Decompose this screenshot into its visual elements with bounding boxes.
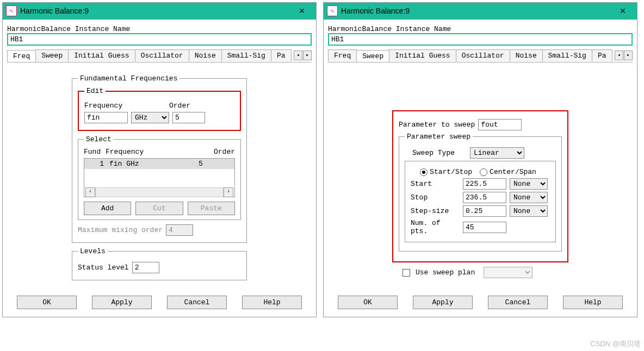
param-to-sweep-input[interactable] [478,119,522,130]
window-title: Harmonic Balance:9 [20,7,291,15]
titlebar[interactable]: ∿ Harmonic Balance:9 × [3,3,316,20]
edit-legend: Edit [84,87,106,95]
dialog-freq: ∿ Harmonic Balance:9 × HarmonicBalance I… [2,2,317,317]
order-label: Order [169,102,190,110]
start-label: Start [411,180,460,188]
scroll-right-icon[interactable]: › [224,187,233,197]
use-sweep-plan-checkbox[interactable] [403,269,410,277]
scroll-track[interactable] [95,187,224,197]
tab-small-sig[interactable]: Small-Sig [542,49,592,61]
range-group: Start/Stop Center/Span StartNone StopNon… [405,161,556,242]
status-level-input[interactable] [132,262,159,273]
dialog-sweep: ∿ Harmonic Balance:9 × HarmonicBalance I… [323,2,637,317]
tab-bar: Freq Sweep Initial Guess Oscillator Nois… [328,49,633,62]
table-row[interactable]: 1 fin GHz 5 [84,159,234,169]
edit-group: Edit Frequency Order GHz [78,87,241,131]
h-scrollbar[interactable]: ‹ › [85,188,233,197]
step-input[interactable] [463,205,506,217]
tab-scroll-right-icon[interactable]: ▸ [303,51,312,60]
select-group: Select Fund Frequency Order 1 fin GHz 5 [78,135,241,220]
frequency-label: Frequency [84,102,166,110]
col-order: Order [214,148,235,156]
apply-button[interactable]: Apply [92,296,152,309]
sweep-panel: Parameter to sweep Parameter sweep Sweep… [392,110,568,262]
tab-oscillator[interactable]: Oscillator [456,49,510,61]
cell-freq: fin GHz [109,160,199,168]
use-sweep-plan-label: Use sweep plan [416,268,475,277]
max-mixing-label: Maximum mixing order [78,226,163,234]
dialog-footer: OK Apply Cancel Help [324,290,637,317]
tab-more[interactable]: Pa [271,49,292,61]
close-icon[interactable]: × [291,5,313,17]
frequency-input[interactable] [84,112,128,123]
tab-freq[interactable]: Freq [7,50,36,62]
select-legend: Select [84,135,114,143]
instance-name-input[interactable] [328,33,633,46]
tab-small-sig[interactable]: Small-Sig [221,49,271,61]
step-unit-select[interactable]: None [510,205,548,217]
col-frequency: Frequency [106,148,214,156]
ok-button[interactable]: OK [338,296,398,309]
instance-label: HarmonicBalance Instance Name [7,25,312,33]
param-sweep-legend: Parameter sweep [405,133,473,141]
dialog-footer: OK Apply Cancel Help [3,290,316,317]
tab-bar: Freq Sweep Initial Guess Oscillator Nois… [7,49,312,62]
close-icon[interactable]: × [612,5,634,17]
param-to-sweep-label: Parameter to sweep [399,121,475,129]
fundamental-frequencies-group: Fundamental Frequencies Edit Frequency O… [72,74,247,243]
npts-input[interactable] [463,222,506,233]
order-input[interactable] [172,112,205,123]
radio-start-stop[interactable]: Start/Stop [420,168,472,176]
cancel-button[interactable]: Cancel [167,296,227,309]
sweep-type-select[interactable]: Linear [470,147,524,159]
tab-noise[interactable]: Noise [189,49,222,61]
tab-scroll-left-icon[interactable]: ◂ [294,51,302,60]
frequency-table[interactable]: 1 fin GHz 5 ‹ › [84,158,235,197]
tab-more[interactable]: Pa [592,49,612,61]
max-mixing-input [166,224,193,236]
app-icon: ∿ [6,5,17,16]
tab-noise[interactable]: Noise [510,49,543,61]
titlebar[interactable]: ∿ Harmonic Balance:9 × [324,3,637,20]
ok-button[interactable]: OK [17,296,77,309]
start-unit-select[interactable]: None [510,178,548,190]
radio-center-span[interactable]: Center/Span [480,168,536,176]
tab-initial-guess[interactable]: Initial Guess [68,49,135,61]
sweep-plan-select [484,267,532,278]
scroll-left-icon[interactable]: ‹ [85,187,95,197]
frequency-unit-select[interactable]: GHz [131,112,169,123]
tab-freq[interactable]: Freq [328,49,357,61]
app-icon: ∿ [327,5,338,16]
col-fund: Fund [84,148,106,156]
tab-scroll-right-icon[interactable]: ▸ [624,51,633,60]
step-label: Step-size [411,207,460,215]
cut-button[interactable]: Cut [135,202,183,215]
group-label: Fundamental Frequencies [78,74,179,83]
instance-label: HarmonicBalance Instance Name [328,25,633,33]
cell-index: 1 [88,160,109,168]
window-title: Harmonic Balance:9 [341,7,612,15]
npts-label: Num. of pts. [411,219,460,235]
help-button[interactable]: Help [563,296,623,309]
sweep-type-label: Sweep Type [412,149,467,157]
tab-initial-guess[interactable]: Initial Guess [389,49,456,61]
apply-button[interactable]: Apply [413,296,473,309]
paste-button[interactable]: Paste [188,202,235,215]
add-button[interactable]: Add [84,202,131,215]
stop-unit-select[interactable]: None [510,192,548,203]
tab-scroll-left-icon[interactable]: ◂ [615,51,623,60]
cell-order: 5 [199,160,231,168]
tab-oscillator[interactable]: Oscillator [135,49,189,61]
status-level-label: Status level [78,264,129,272]
levels-legend: Levels [78,247,108,255]
instance-name-input[interactable] [7,33,312,46]
stop-input[interactable] [463,192,506,203]
help-button[interactable]: Help [242,296,302,309]
tab-sweep[interactable]: Sweep [35,49,69,61]
start-input[interactable] [463,178,506,190]
parameter-sweep-group: Parameter sweep Sweep Type Linear Start/… [399,133,562,252]
stop-label: Stop [411,193,460,202]
cancel-button[interactable]: Cancel [488,296,548,309]
tab-sweep[interactable]: Sweep [356,50,389,62]
levels-group: Levels Status level [72,247,247,280]
